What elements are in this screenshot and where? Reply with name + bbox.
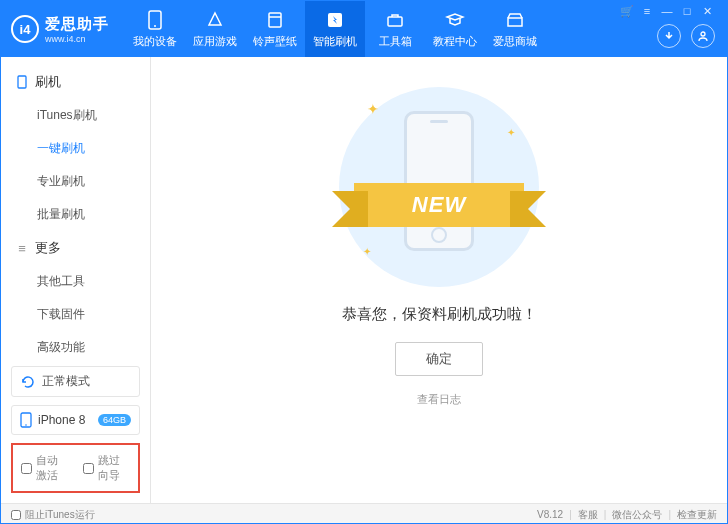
apps-icon xyxy=(205,10,225,30)
device-icon xyxy=(145,10,165,30)
app-header: i4 爱思助手 www.i4.cn 我的设备 应用游戏 铃声壁纸 智能刷机 工具… xyxy=(1,1,727,57)
section-title: 刷机 xyxy=(35,73,61,91)
svg-rect-2 xyxy=(269,13,281,27)
mode-label: 正常模式 xyxy=(42,373,90,390)
nav-label: 智能刷机 xyxy=(313,34,357,49)
checkbox-label: 跳过向导 xyxy=(98,453,131,483)
nav-label: 工具箱 xyxy=(379,34,412,49)
hero-illustration: ✦ ✦ ✦ NEW xyxy=(339,87,539,287)
version-label: V8.12 xyxy=(537,509,563,520)
device-name: iPhone 8 xyxy=(38,413,85,427)
sidebar: 刷机 iTunes刷机 一键刷机 专业刷机 批量刷机 ≡更多 其他工具 下载固件… xyxy=(1,57,151,503)
flash-icon xyxy=(325,10,345,30)
main-content: ✦ ✦ ✦ NEW 恭喜您，保资料刷机成功啦！ 确定 查看日志 xyxy=(151,57,727,503)
footer-link-support[interactable]: 客服 xyxy=(578,508,598,522)
footer: 阻止iTunes运行 V8.12| 客服| 微信公众号| 检查更新 xyxy=(1,503,727,524)
checkbox-label: 阻止iTunes运行 xyxy=(25,508,95,522)
nav-label: 应用游戏 xyxy=(193,34,237,49)
section-title: 更多 xyxy=(35,239,61,257)
checkbox-label: 自动激活 xyxy=(36,453,69,483)
nav-label: 我的设备 xyxy=(133,34,177,49)
new-ribbon: NEW xyxy=(354,183,524,227)
nav-label: 教程中心 xyxy=(433,34,477,49)
minimize-icon[interactable]: — xyxy=(660,4,674,18)
sidebar-item-firmware[interactable]: 下载固件 xyxy=(1,298,150,331)
view-log-link[interactable]: 查看日志 xyxy=(417,392,461,407)
block-itunes-checkbox[interactable]: 阻止iTunes运行 xyxy=(11,508,95,522)
phone-icon xyxy=(15,75,29,89)
cart-icon[interactable]: 🛒 xyxy=(620,4,634,18)
store-icon xyxy=(505,10,525,30)
sidebar-item-pro[interactable]: 专业刷机 xyxy=(1,165,150,198)
sidebar-section-more: ≡更多 xyxy=(1,231,150,265)
window-controls: 🛒 ≡ — □ ✕ xyxy=(620,4,722,18)
download-icon[interactable] xyxy=(657,24,681,48)
svg-point-9 xyxy=(25,424,27,426)
phone-icon xyxy=(20,412,32,428)
nav-my-device[interactable]: 我的设备 xyxy=(125,1,185,57)
footer-link-wechat[interactable]: 微信公众号 xyxy=(612,508,662,522)
menu-icon[interactable]: ≡ xyxy=(640,4,654,18)
user-area xyxy=(645,24,727,48)
toolbox-icon xyxy=(385,10,405,30)
options-box: 自动激活 跳过向导 xyxy=(11,443,140,493)
nav-ringtones[interactable]: 铃声壁纸 xyxy=(245,1,305,57)
auto-activate-checkbox[interactable]: 自动激活 xyxy=(21,453,69,483)
close-icon[interactable]: ✕ xyxy=(700,4,714,18)
phone-illustration xyxy=(404,111,474,251)
nav-tutorials[interactable]: 教程中心 xyxy=(425,1,485,57)
skip-guide-checkbox[interactable]: 跳过向导 xyxy=(83,453,131,483)
footer-link-update[interactable]: 检查更新 xyxy=(677,508,717,522)
user-icon[interactable] xyxy=(691,24,715,48)
nav-store[interactable]: 爱思商城 xyxy=(485,1,545,57)
sidebar-item-oneclick[interactable]: 一键刷机 xyxy=(1,132,150,165)
maximize-icon[interactable]: □ xyxy=(680,4,694,18)
mode-row[interactable]: 正常模式 xyxy=(11,366,140,397)
nav-label: 铃声壁纸 xyxy=(253,34,297,49)
device-row[interactable]: iPhone 8 64GB xyxy=(11,405,140,435)
success-message: 恭喜您，保资料刷机成功啦！ xyxy=(342,305,537,324)
list-icon: ≡ xyxy=(15,241,29,256)
app-logo: i4 爱思助手 www.i4.cn xyxy=(1,15,119,44)
sidebar-item-advanced[interactable]: 高级功能 xyxy=(1,331,150,364)
svg-rect-5 xyxy=(508,18,522,26)
tutorial-icon xyxy=(445,10,465,30)
sidebar-item-tools[interactable]: 其他工具 xyxy=(1,265,150,298)
sidebar-section-flash: 刷机 xyxy=(1,65,150,99)
svg-point-1 xyxy=(154,25,156,27)
app-name: 爱思助手 xyxy=(45,15,109,34)
svg-rect-7 xyxy=(18,76,26,88)
logo-icon: i4 xyxy=(11,15,39,43)
app-url: www.i4.cn xyxy=(45,34,109,44)
music-icon xyxy=(265,10,285,30)
nav-toolbox[interactable]: 工具箱 xyxy=(365,1,425,57)
top-nav: 我的设备 应用游戏 铃声壁纸 智能刷机 工具箱 教程中心 爱思商城 xyxy=(125,1,545,57)
sidebar-item-itunes[interactable]: iTunes刷机 xyxy=(1,99,150,132)
ok-button[interactable]: 确定 xyxy=(395,342,483,376)
svg-point-6 xyxy=(701,32,705,36)
nav-apps[interactable]: 应用游戏 xyxy=(185,1,245,57)
refresh-icon xyxy=(20,374,36,390)
nav-flash[interactable]: 智能刷机 xyxy=(305,1,365,57)
storage-badge: 64GB xyxy=(98,414,131,426)
sidebar-item-batch[interactable]: 批量刷机 xyxy=(1,198,150,231)
nav-label: 爱思商城 xyxy=(493,34,537,49)
svg-rect-4 xyxy=(388,17,402,26)
